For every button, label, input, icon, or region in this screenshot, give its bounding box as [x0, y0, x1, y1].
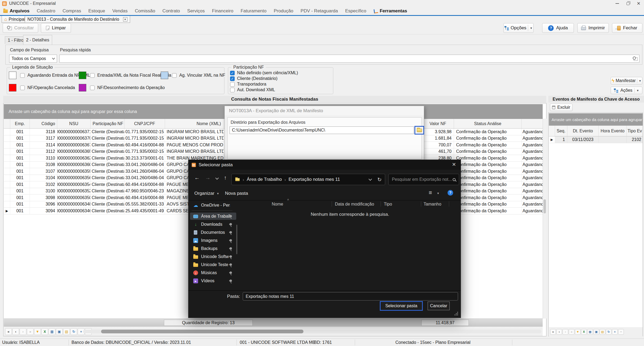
column-header-data[interactable]: Data de modificação: [335, 202, 374, 207]
column-header-cnpj[interactable]: CNPJ/CPF: [124, 119, 165, 128]
navigator-button[interactable]: ›: [563, 329, 568, 335]
back-icon[interactable]: ←: [194, 175, 200, 181]
sidebar-item[interactable]: Downloads: [190, 221, 236, 228]
column-header-tipo-evento[interactable]: Tipo Ev: [627, 126, 643, 136]
menu-item[interactable]: Financeiro: [212, 8, 233, 14]
navigator-button[interactable]: ▼: [575, 329, 581, 335]
recent-chevron-icon[interactable]: [215, 176, 219, 180]
resize-grip[interactable]: [457, 312, 458, 313]
participacao-checkbox[interactable]: [230, 76, 235, 81]
dialog-close-icon[interactable]: ×: [449, 161, 459, 168]
help-icon[interactable]: ?: [448, 190, 453, 196]
column-header-codigo[interactable]: Código: [30, 119, 57, 128]
menu-item[interactable]: Produção: [274, 8, 294, 14]
sidebar-item[interactable]: Unicode Softw: [190, 253, 236, 260]
participacao-checkbox[interactable]: [230, 88, 235, 92]
horizontal-scrollbar-thumb[interactable]: [101, 330, 303, 333]
menu-item[interactable]: Compras: [63, 8, 81, 14]
eventos-row[interactable]: ▶ 1 03/11/2023 2102: [549, 136, 643, 143]
address-bar[interactable]: › Área de Trabalho › Exportação notas me…: [231, 174, 385, 185]
navigator-button[interactable]: «: [5, 328, 12, 335]
imprimir-button[interactable]: Imprimir: [577, 23, 609, 33]
up-icon[interactable]: ↑: [224, 175, 227, 181]
vertical-scrollbar[interactable]: [543, 119, 546, 319]
menu-item[interactable]: Específico: [345, 8, 366, 14]
tab-detalhes[interactable]: 2 - Detalhes: [23, 35, 52, 45]
menu-item[interactable]: Comissão: [135, 8, 155, 14]
legend-checkbox[interactable]: [90, 73, 95, 78]
eventos-group-hint[interactable]: Arraste um cabeçalho da coluna aqui para…: [549, 113, 643, 126]
column-header-participacao[interactable]: Participação NF: [91, 119, 124, 128]
manifestar-button[interactable]: ϟ Manifestar ▼: [611, 77, 642, 84]
menu-item[interactable]: Cadastro: [37, 8, 55, 14]
legend-checkbox[interactable]: [20, 86, 25, 90]
legend-checkbox[interactable]: [90, 86, 95, 90]
opcoes-button[interactable]: Opções ▼: [503, 23, 534, 33]
navigator-button[interactable]: X: [41, 328, 48, 335]
close-button[interactable]: ×: [633, 0, 644, 7]
menu-arquivos[interactable]: Arquivos: [3, 8, 30, 14]
tab-principal[interactable]: ⌂ Principal: [2, 16, 28, 23]
menu-item[interactable]: Estoque: [88, 8, 105, 14]
search-box[interactable]: Pesquisar em Exportação not...: [388, 174, 459, 185]
column-header-tipo[interactable]: Tipo: [384, 202, 392, 207]
campo-pesquisa-select[interactable]: Todos os Campos: [9, 55, 57, 63]
limpar-button[interactable]: Limpar: [41, 23, 71, 33]
sidebar-item[interactable]: Documentos: [190, 229, 236, 236]
menu-item[interactable]: Contrato: [162, 8, 180, 14]
restore-button[interactable]: [622, 0, 633, 7]
participacao-checkbox[interactable]: [230, 82, 235, 87]
tab-close-icon[interactable]: ✕: [123, 17, 127, 22]
sidebar-item-onedrive[interactable]: OneDrive - Perso: [190, 202, 236, 209]
navigator-button[interactable]: «: [550, 329, 556, 335]
navigator-button[interactable]: ▧: [600, 329, 605, 335]
excluir-button[interactable]: Excluir: [550, 104, 573, 111]
navigator-button[interactable]: ‹: [12, 328, 19, 335]
menu-item[interactable]: Faturamento: [241, 8, 266, 14]
column-header-status[interactable]: Status Análise: [454, 119, 522, 128]
navigator-button[interactable]: ▦: [587, 329, 593, 335]
acoes-button[interactable]: Ações ▼: [611, 87, 642, 94]
column-header-tamanho[interactable]: Tamanho: [424, 202, 441, 207]
sidebar-scrollbar[interactable]: [236, 225, 237, 254]
navigator-button[interactable]: ‹: [556, 329, 562, 335]
horizontal-scrollbar[interactable]: [83, 330, 541, 333]
sidebar-item[interactable]: Imagens: [190, 237, 236, 244]
navigator-button[interactable]: ▣: [56, 328, 63, 335]
breadcrumb-current[interactable]: Exportação notas mes 11: [288, 177, 340, 182]
breadcrumb-desktop[interactable]: Área de Trabalho: [247, 177, 282, 182]
forward-icon[interactable]: →: [205, 175, 210, 181]
menu-item[interactable]: Vendas: [112, 8, 128, 14]
dir-path-input[interactable]: C:\Users\adm\OneDrive\Documentos\TempUNC…: [230, 126, 414, 134]
participacao-checkbox[interactable]: [230, 71, 235, 75]
minimize-button[interactable]: [612, 0, 622, 7]
menu-item[interactable]: Serviços: [187, 8, 205, 14]
pesquisa-rapida-input[interactable]: [59, 55, 639, 63]
vertical-scrollbar-thumb[interactable]: [543, 199, 546, 213]
chevron-down-icon[interactable]: ▼: [437, 192, 439, 195]
address-dropdown-icon[interactable]: [368, 177, 372, 181]
navigator-button[interactable]: ▼: [34, 328, 41, 335]
tab-not0013[interactable]: NOT0013 - Consulta de Manifesto do Desti…: [25, 16, 130, 23]
navigator-button[interactable]: −: [618, 329, 624, 335]
navigator-button[interactable]: ▧: [63, 328, 70, 335]
column-header-seq[interactable]: Seq.: [555, 126, 567, 136]
consultar-button[interactable]: Consultar: [3, 23, 38, 33]
column-header-emp[interactable]: Emp.: [10, 119, 30, 128]
navigator-button[interactable]: ▣: [593, 329, 599, 335]
menu-item[interactable]: PDV - Retaguarda: [300, 8, 338, 14]
pasta-input[interactable]: Exportação notas mes 11: [243, 292, 458, 301]
refresh-icon[interactable]: ↻: [377, 176, 382, 183]
navigator-button[interactable]: »: [27, 328, 34, 335]
sidebar-item[interactable]: Área de Traball: [190, 213, 236, 220]
browse-folder-button[interactable]: [414, 126, 424, 135]
ajuda-button[interactable]: ? Ajuda: [542, 23, 574, 33]
column-header-hora-evento[interactable]: Hora Evento: [599, 126, 627, 136]
column-header-nsu[interactable]: NSU: [57, 119, 91, 128]
select-folder-button[interactable]: Selecionar pasta: [380, 301, 423, 311]
navigator-button[interactable]: +: [612, 329, 618, 335]
column-header-dt-evento[interactable]: Dt. Evento: [567, 126, 599, 136]
navigator-button[interactable]: ›: [20, 328, 26, 335]
column-header-valor[interactable]: Valor NF: [424, 119, 454, 128]
nova-pasta-button[interactable]: Nova pasta: [225, 191, 248, 196]
